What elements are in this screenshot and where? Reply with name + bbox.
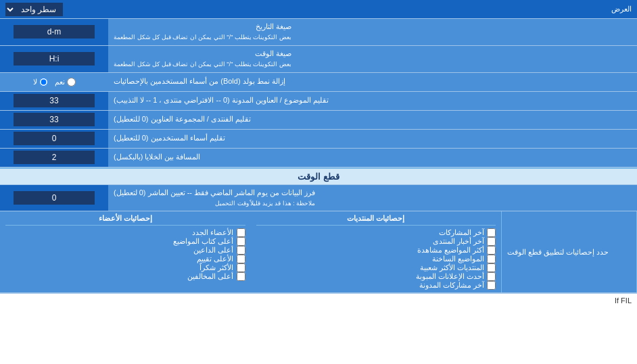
cutoff-input-cell: 0 xyxy=(0,185,108,211)
usernames-row: تقليم أسماء المستخدمين (0 للتعطيل) 0 xyxy=(0,130,637,149)
forum-titles-input-cell: 33 xyxy=(0,111,108,129)
cutoff-input[interactable]: 0 xyxy=(14,191,95,205)
member-stats-col: إحصائيات الأعضاء الأعضاء الجدد أعلى كتاب… xyxy=(0,211,251,292)
cb-top-referrers-label: أعلى المخالفين xyxy=(187,272,233,281)
subject-titles-label: تقليم الموضوع / العناوين المدونة (0 -- ا… xyxy=(108,92,637,110)
forum-titles-label: تقليم الفنتدى / المجموعة العناوين (0 للت… xyxy=(108,111,637,129)
cb-top-referrers[interactable] xyxy=(237,272,245,281)
cb-top-posters-item: أعلى كتاب المواضيع xyxy=(5,237,245,246)
define-label: حدد إحصائيات لتطبيق قطع الوقت xyxy=(507,248,609,257)
gap-input[interactable]: 2 xyxy=(14,151,95,164)
checkboxes-outer: حدد إحصائيات لتطبيق قطع الوقت إحصائيات ا… xyxy=(0,211,637,293)
cb-top-rated-label: الأعلى تقييم xyxy=(197,255,233,263)
cb-most-viewed-item: أكثر المواضيع مشاهدة xyxy=(256,246,496,255)
cb-latest-topics-label: المواضيع الساخنة xyxy=(432,255,484,263)
radio-no-label[interactable]: لا xyxy=(33,78,48,86)
cb-popular[interactable] xyxy=(487,263,496,272)
cb-top-rated[interactable] xyxy=(237,255,245,263)
cb-top-posters-label: أعلى كتاب المواضيع xyxy=(173,237,233,246)
cb-most-thanks-label: الأكثر شكراً xyxy=(199,263,233,272)
forum-stats-header: إحصائيات المنتديات xyxy=(256,214,496,226)
cb-popular-item: المنتديات الأكثر شعبية xyxy=(256,263,496,272)
member-stats-header: إحصائيات الأعضاء xyxy=(5,214,245,226)
forum-titles-input[interactable]: 33 xyxy=(14,113,95,126)
cb-ads-label: أحدث الإعلانات المبوبة xyxy=(416,272,484,281)
cb-new-members[interactable] xyxy=(237,228,245,237)
forum-titles-row: تقليم الفنتدى / المجموعة العناوين (0 للت… xyxy=(0,111,637,130)
usernames-input[interactable]: 0 xyxy=(14,132,95,145)
cb-top-posters2-item: أعلى الداعين xyxy=(5,246,245,255)
gap-label: المسافة بين الخلايا (بالبكسل) xyxy=(108,149,637,167)
cb-popular-label: المنتديات الأكثر شعبية xyxy=(420,263,484,272)
cb-posts-label: آخر المشاركات xyxy=(439,228,484,237)
cutoff-title: قطع الوقت xyxy=(298,172,339,182)
cb-latest-topics-item: المواضيع الساخنة xyxy=(256,255,496,263)
cb-top-rated-item: الأعلى تقييم xyxy=(5,255,245,263)
cb-top-posters2-label: أعلى الداعين xyxy=(193,246,233,255)
cb-mentions-item: آخر مشاركات المدونة xyxy=(256,281,496,290)
forum-stats-col: إحصائيات المنتديات آخر المشاركات آخر أخب… xyxy=(251,211,502,292)
cb-posts-item: آخر المشاركات xyxy=(256,228,496,237)
cb-forum-news[interactable] xyxy=(487,237,496,246)
bold-remove-label: إزالة نمط بولد (Bold) من أسماء المستخدمي… xyxy=(108,73,637,91)
radio-no[interactable] xyxy=(39,78,48,86)
date-format-label: صيغة التاريخبعض التكوينات يتطلب "/" التي… xyxy=(108,19,637,45)
cb-top-posters2[interactable] xyxy=(237,246,245,255)
cb-mentions-label: آخر مشاركات المدونة xyxy=(419,281,484,290)
gap-row: المسافة بين الخلايا (بالبكسل) 2 xyxy=(0,149,637,167)
time-format-input-cell: H:i xyxy=(0,46,108,72)
cb-new-members-item: الأعضاء الجدد xyxy=(5,228,245,237)
cb-top-posters[interactable] xyxy=(237,237,245,246)
time-format-label: صيغة الوقتبعض التكوينات يتطلب "/" التي ي… xyxy=(108,46,637,72)
cb-latest-topics[interactable] xyxy=(487,255,496,263)
cb-mentions[interactable] xyxy=(487,281,496,290)
bottom-text: If FIL xyxy=(0,293,637,307)
cb-top-referrers-item: أعلى المخالفين xyxy=(5,272,245,281)
bold-remove-radio-cell: نعم لا xyxy=(0,73,108,91)
select-wrapper: سطر واحد سطرين ثلاثة أسطر xyxy=(5,3,63,16)
usernames-label: تقليم أسماء المستخدمين (0 للتعطيل) xyxy=(108,130,637,148)
cb-most-viewed-label: أكثر المواضيع مشاهدة xyxy=(417,246,484,255)
cb-ads-item: أحدث الإعلانات المبوبة xyxy=(256,272,496,281)
cb-posts[interactable] xyxy=(487,228,496,237)
display-label: العرض xyxy=(611,5,632,14)
radio-yes-label[interactable]: نعم xyxy=(55,78,76,86)
header-row: العرض سطر واحد سطرين ثلاثة أسطر xyxy=(0,0,637,19)
usernames-input-cell: 0 xyxy=(0,130,108,148)
date-format-input[interactable]: d-m xyxy=(14,25,95,38)
cutoff-label: فرز البيانات من يوم الماشر الماضي فقط --… xyxy=(108,185,637,211)
cb-most-thanks-item: الأكثر شكراً xyxy=(5,263,245,272)
subject-titles-input-cell: 33 xyxy=(0,92,108,110)
cb-most-thanks[interactable] xyxy=(237,263,245,272)
cutoff-row: فرز البيانات من يوم الماشر الماضي فقط --… xyxy=(0,185,637,212)
define-label-cell: حدد إحصائيات لتطبيق قطع الوقت xyxy=(502,211,637,292)
cb-forum-news-item: آخر أخبار المنتدى xyxy=(256,237,496,246)
date-format-input-cell: d-m xyxy=(0,19,108,45)
cb-forum-news-label: آخر أخبار المنتدى xyxy=(433,237,484,246)
time-format-row: صيغة الوقتبعض التكوينات يتطلب "/" التي ي… xyxy=(0,46,637,73)
lines-select[interactable]: سطر واحد سطرين ثلاثة أسطر xyxy=(5,3,63,16)
bold-remove-row: إزالة نمط بولد (Bold) من أسماء المستخدمي… xyxy=(0,73,637,92)
subject-titles-input[interactable]: 33 xyxy=(14,94,95,107)
main-container: العرض سطر واحد سطرين ثلاثة أسطر صيغة الت… xyxy=(0,0,637,307)
cb-new-members-label: الأعضاء الجدد xyxy=(192,228,233,237)
cb-most-viewed[interactable] xyxy=(487,246,496,255)
time-format-input[interactable]: H:i xyxy=(14,52,95,66)
radio-yes[interactable] xyxy=(67,78,76,86)
date-format-row: صيغة التاريخبعض التكوينات يتطلب "/" التي… xyxy=(0,19,637,46)
gap-input-cell: 2 xyxy=(0,149,108,167)
subject-titles-row: تقليم الموضوع / العناوين المدونة (0 -- ا… xyxy=(0,92,637,111)
cb-ads[interactable] xyxy=(487,272,496,281)
cutoff-section-header: قطع الوقت xyxy=(0,167,637,185)
checkboxes-columns: إحصائيات المنتديات آخر المشاركات آخر أخب… xyxy=(0,211,502,292)
